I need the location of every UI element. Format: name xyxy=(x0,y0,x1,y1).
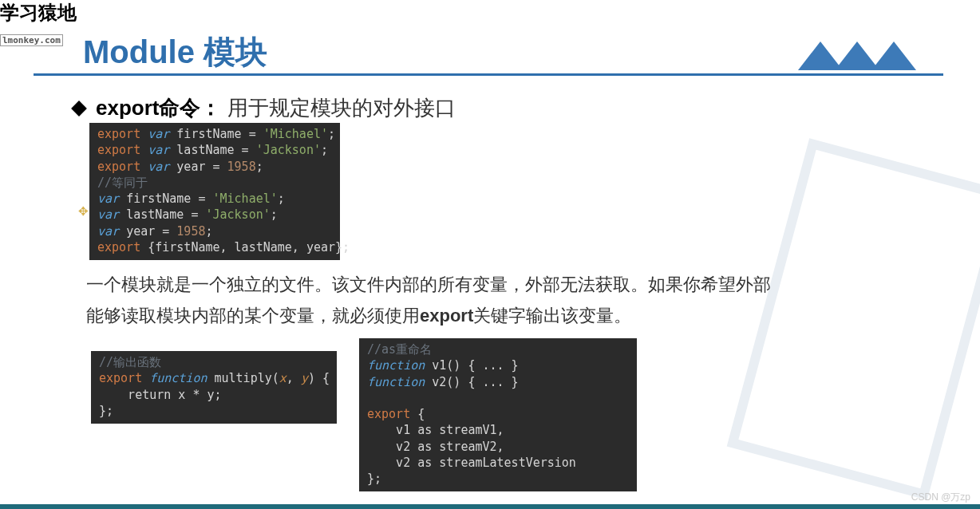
para-line1: 一个模块就是一个独立的文件。该文件内部的所有变量，外部无法获取。如果你希望外部 xyxy=(86,274,771,294)
bullet-rest: 用于规定模块的对外接口 xyxy=(227,94,456,122)
slide-title: Module 模块 xyxy=(83,30,267,74)
title-underline xyxy=(34,73,943,76)
code-block-1: export var firstName = 'Michael'; export… xyxy=(89,123,340,260)
code-block-2: //输出函数 export function multiply(x, y) { … xyxy=(91,351,337,424)
explanation-paragraph: 一个模块就是一个独立的文件。该文件内部的所有变量，外部无法获取。如果你希望外部 … xyxy=(86,270,884,331)
para-line2a: 能够读取模块内部的某个变量，就必须使用 xyxy=(86,306,420,326)
para-bold: export xyxy=(420,306,473,326)
code-block-3: //as重命名 function v1() { ... } function v… xyxy=(359,338,637,491)
logo-main: 学习猿地 xyxy=(0,2,77,23)
logo-sub: lmonkey.com xyxy=(0,34,63,46)
logo-area: 学习猿地 lmonkey.com xyxy=(0,0,77,48)
mountains-icon xyxy=(806,41,916,70)
bullet-row: export命令： 用于规定模块的对外接口 xyxy=(73,94,456,122)
cursor-icon: ✥ xyxy=(78,204,89,219)
watermark: CSDN @万zp xyxy=(911,491,970,504)
para-line2c: 关键字输出该变量。 xyxy=(473,306,631,326)
bottom-bar xyxy=(0,504,980,509)
bullet-strong: export命令： xyxy=(96,94,221,122)
diamond-icon xyxy=(71,101,87,116)
